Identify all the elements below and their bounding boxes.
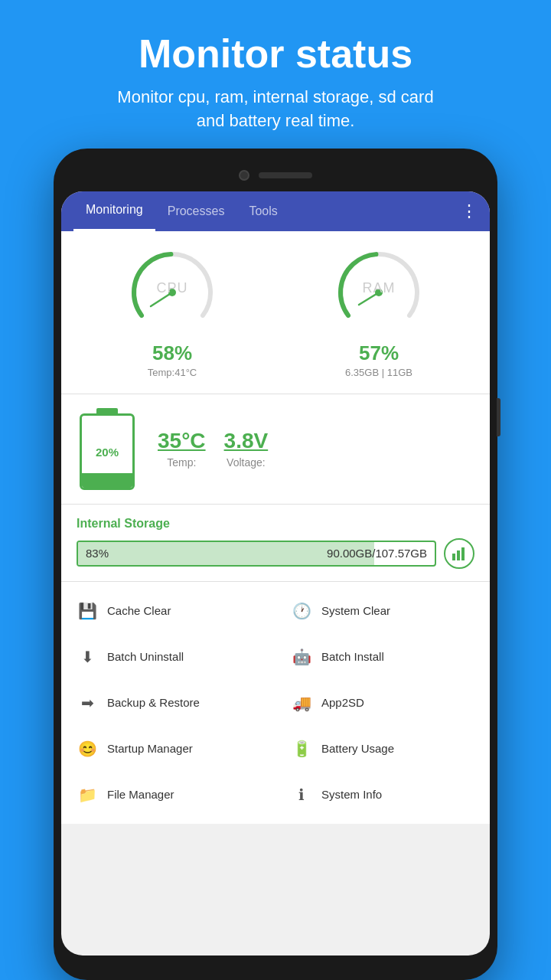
svg-rect-5	[457, 550, 460, 560]
cpu-gauge: CPU 58% Temp:41°C	[126, 247, 218, 378]
tool-label: Batch Install	[321, 650, 384, 663]
tool-item-batch-uninstall[interactable]: ⬇ Batch Uninstall	[61, 634, 276, 680]
tab-monitoring[interactable]: Monitoring	[73, 191, 155, 231]
camera-icon	[239, 170, 249, 181]
ram-detail: 6.35GB | 11GB	[345, 367, 412, 378]
side-button	[497, 398, 500, 436]
battery-voltage-value: 3.8V	[224, 429, 269, 453]
battery-voltage: 3.8V Voltage:	[224, 429, 269, 469]
battery-temp-value: 35°C	[158, 429, 206, 453]
cpu-temp: Temp:41°C	[148, 367, 197, 378]
tool-icon: 😊	[77, 738, 98, 760]
svg-rect-6	[461, 547, 465, 560]
tool-label: Batch Uninstall	[107, 650, 184, 663]
storage-title: Internal Storage	[77, 517, 474, 531]
header-section: Monitor status Monitor cpu, ram, interna…	[86, 0, 464, 149]
cpu-label: CPU	[156, 279, 187, 296]
tool-item-backup-&-restore[interactable]: ➡ Backup & Restore	[61, 680, 276, 726]
tool-item-app2sd[interactable]: 🚚 App2SD	[276, 680, 490, 726]
battery-icon: 20%	[80, 408, 135, 490]
phone-notch	[61, 162, 490, 188]
battery-voltage-label: Voltage:	[227, 456, 266, 469]
storage-section: Internal Storage 83% 90.00GB/107.57GB	[61, 505, 490, 582]
tools-grid: 💾 Cache Clear 🕐 System Clear ⬇ Batch Uni…	[61, 588, 490, 818]
storage-bar-row: 83% 90.00GB/107.57GB	[77, 538, 474, 569]
tab-tools[interactable]: Tools	[236, 191, 289, 231]
battery-temp: 35°C Temp:	[158, 429, 206, 469]
page-title: Monitor status	[117, 31, 433, 77]
gauges-section: CPU 58% Temp:41°C RAM	[61, 231, 490, 394]
tool-item-batch-install[interactable]: 🤖 Batch Install	[276, 634, 490, 680]
tool-icon: ➡	[77, 692, 98, 714]
battery-percent: 20%	[96, 445, 119, 458]
tool-label: App2SD	[321, 696, 364, 709]
page-subtitle: Monitor cpu, ram, internal storage, sd c…	[117, 86, 433, 133]
tool-item-startup-manager[interactable]: 😊 Startup Manager	[61, 726, 276, 772]
tool-icon: 🕐	[291, 600, 312, 622]
tool-icon: 🤖	[291, 646, 312, 668]
speaker	[259, 172, 312, 178]
ram-gauge: RAM 57% 6.35GB | 11GB	[333, 247, 425, 378]
cpu-gauge-circle: CPU	[126, 247, 218, 338]
tool-label: File Manager	[107, 788, 174, 801]
tool-icon: 💾	[77, 600, 98, 622]
battery-body: 20%	[80, 413, 135, 490]
tool-label: Battery Usage	[321, 742, 394, 755]
cpu-percent: 58%	[152, 341, 192, 365]
phone-screen: Monitoring Processes Tools ⋮	[61, 191, 490, 956]
tool-icon: ⬇	[77, 646, 98, 668]
battery-info: 35°C Temp: 3.8V Voltage:	[158, 429, 268, 469]
storage-percent: 83%	[86, 547, 109, 560]
tool-item-cache-clear[interactable]: 💾 Cache Clear	[61, 588, 276, 634]
ram-label: RAM	[363, 279, 396, 296]
tool-label: System Info	[321, 788, 382, 801]
tool-item-battery-usage[interactable]: 🔋 Battery Usage	[276, 726, 490, 772]
tool-icon: ℹ	[291, 784, 312, 805]
tool-item-system-clear[interactable]: 🕐 System Clear	[276, 588, 490, 634]
tool-item-file-manager[interactable]: 📁 File Manager	[61, 772, 276, 818]
tool-icon: 🚚	[291, 692, 312, 714]
storage-bar: 83% 90.00GB/107.57GB	[77, 541, 436, 567]
ram-gauge-circle: RAM	[333, 247, 425, 338]
phone-mockup: Monitoring Processes Tools ⋮	[54, 149, 497, 980]
more-menu-button[interactable]: ⋮	[461, 201, 478, 221]
tools-section: 💾 Cache Clear 🕐 System Clear ⬇ Batch Uni…	[61, 582, 490, 824]
storage-detail: 90.00GB/107.57GB	[327, 547, 427, 560]
storage-bar-text: 83% 90.00GB/107.57GB	[78, 542, 435, 565]
tool-label: Startup Manager	[107, 742, 193, 755]
tool-label: System Clear	[321, 604, 390, 617]
phone-frame: Monitoring Processes Tools ⋮	[54, 149, 497, 980]
battery-fill	[82, 473, 132, 488]
tool-icon: 📁	[77, 784, 98, 805]
tool-label: Backup & Restore	[107, 696, 200, 709]
storage-chart-button[interactable]	[444, 538, 474, 569]
battery-section: 20% 35°C Temp: 3.8V Voltage:	[61, 394, 490, 505]
app-navbar: Monitoring Processes Tools ⋮	[61, 191, 490, 231]
svg-rect-4	[452, 554, 455, 560]
tool-item-system-info[interactable]: ℹ System Info	[276, 772, 490, 818]
ram-percent: 57%	[359, 341, 399, 365]
battery-temp-label: Temp:	[167, 456, 196, 469]
tool-icon: 🔋	[291, 738, 312, 760]
tool-label: Cache Clear	[107, 604, 171, 617]
tab-processes[interactable]: Processes	[155, 191, 237, 231]
